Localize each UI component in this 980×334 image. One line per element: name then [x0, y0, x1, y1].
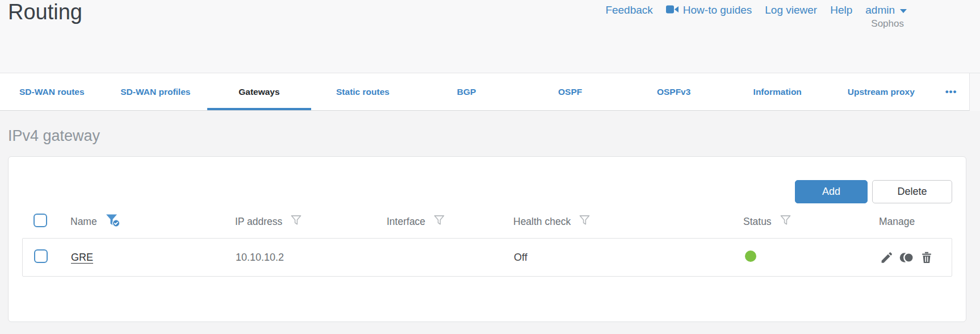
nav-how-to-guides-label: How-to guides [683, 4, 752, 16]
tabbar-wrap: SD-WAN routes SD-WAN profiles Gateways S… [0, 73, 980, 111]
tab-upstream-proxy[interactable]: Upstream proxy [830, 73, 933, 110]
filter-icon[interactable] [290, 214, 302, 229]
page-title: Routing [8, 0, 82, 24]
column-header-name: Name [70, 213, 235, 230]
tab-ospfv3[interactable]: OSPFv3 [622, 73, 726, 110]
tab-gateways[interactable]: Gateways [207, 73, 311, 110]
delete-row-button[interactable] [920, 250, 933, 265]
edit-button[interactable] [880, 250, 894, 265]
user-menu[interactable]: admin [865, 4, 907, 16]
tab-sd-wan-profiles[interactable]: SD-WAN profiles [104, 73, 208, 110]
tabbar: SD-WAN routes SD-WAN profiles Gateways S… [0, 73, 970, 111]
add-button[interactable]: Add [795, 180, 868, 203]
status-up-indicator [745, 250, 756, 262]
select-all-checkbox[interactable] [33, 214, 47, 227]
health-check-cell: Off [514, 252, 744, 264]
table-row: GRE 10.10.10.2 Off [22, 238, 952, 277]
caret-down-icon [900, 9, 907, 13]
tab-ospf[interactable]: OSPF [518, 73, 622, 110]
toolbar: Add Delete [22, 180, 952, 203]
manage-cell [880, 250, 954, 265]
column-header-ip-address: IP address [235, 214, 387, 229]
filter-icon[interactable] [579, 214, 590, 229]
nav-help-link[interactable]: Help [830, 4, 852, 16]
delete-button[interactable]: Delete [872, 180, 952, 203]
table-header-row: Name IP address Interface Health check [22, 210, 952, 233]
top-nav: Feedback How-to guides Log viewer Help a… [605, 4, 907, 16]
clone-icon [899, 258, 915, 266]
brand-label: Sophos [871, 18, 904, 30]
ip-address-cell: 10.10.10.2 [236, 252, 387, 264]
pencil-icon [880, 258, 894, 266]
column-header-health-check: Health check [513, 214, 743, 229]
row-checkbox[interactable] [34, 249, 48, 263]
nav-feedback-link[interactable]: Feedback [605, 4, 652, 16]
filter-icon[interactable] [433, 214, 445, 229]
nav-how-to-guides-link[interactable]: How-to guides [666, 4, 752, 16]
clone-button[interactable] [899, 250, 915, 265]
trash-icon [920, 258, 933, 266]
video-camera-icon [666, 4, 679, 16]
column-header-interface: Interface [387, 214, 513, 229]
user-menu-label: admin [865, 4, 895, 16]
section-heading: IPv4 gateway [8, 126, 980, 146]
tab-sd-wan-routes[interactable]: SD-WAN routes [0, 73, 104, 110]
status-cell [744, 250, 880, 264]
top-header: Routing Feedback How-to guides Log viewe… [0, 0, 980, 73]
tab-static-routes[interactable]: Static routes [311, 73, 415, 110]
filter-active-icon[interactable] [105, 213, 120, 230]
tab-information[interactable]: Information [726, 73, 830, 110]
gateway-name-link[interactable]: GRE [71, 252, 93, 263]
nav-log-viewer-link[interactable]: Log viewer [765, 4, 817, 16]
tab-more-ellipsis-icon[interactable]: ••• [933, 73, 969, 110]
gateway-name-cell: GRE [71, 252, 236, 264]
column-header-status: Status [743, 214, 879, 229]
tab-bgp[interactable]: BGP [414, 73, 518, 110]
gateway-panel: Add Delete Name IP address Interface [8, 156, 966, 322]
column-header-manage: Manage [879, 216, 953, 228]
filter-icon[interactable] [780, 214, 791, 229]
